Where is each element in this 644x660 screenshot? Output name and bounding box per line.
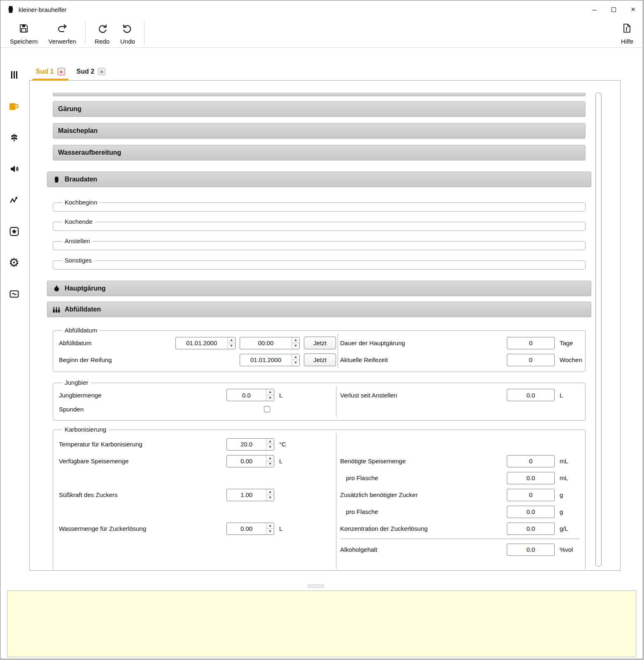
verlust-field[interactable]: 0.0 [507,389,555,401]
toolbar-spacer [148,21,616,46]
zusaetzlicher-zucker-field[interactable]: 0 [507,489,555,501]
save-icon [18,23,29,34]
toolbar-separator [85,22,86,45]
discard-label: Verwerfen [49,38,77,45]
spin-down-button[interactable] [266,461,274,467]
spin-up-button[interactable] [228,337,235,344]
spin-up-button[interactable] [266,523,274,529]
sidebar-item-fermentation[interactable] [7,194,21,206]
sidebar-item-equipment[interactable] [7,163,21,175]
konzentration-label: Konzentration der Zuckerlösung [340,525,503,532]
sidebar-item-ingredients[interactable] [7,131,21,144]
speaker-icon [9,164,19,174]
verfuegbare-speisemenge-value[interactable]: 0.00 [227,455,266,467]
abfuelldatum-date-spinbox[interactable]: 01.01.2000 [175,337,236,349]
abfuelldatum-date-value[interactable]: 01.01.2000 [176,337,227,349]
bottles-icon [52,305,61,314]
spin-down-button[interactable] [266,495,274,501]
verfuegbare-speisemenge-unit-label: L [278,458,336,465]
section-gaerung[interactable]: Gärung [53,101,586,117]
pro-flasche-zucker-field[interactable]: 0.0 [507,506,555,518]
jungbiermenge-value[interactable]: 0.0 [227,389,266,401]
redo-button[interactable]: Redo [89,21,115,46]
benoetigte-speisemenge-field[interactable]: 0 [507,455,555,467]
scrollbar-thumb[interactable] [595,93,602,567]
sidebar-item-settings[interactable]: ⚙ [7,256,21,269]
sidebar-item-notes[interactable] [7,288,21,300]
spin-up-button[interactable] [266,389,274,395]
help-button[interactable]: Hilfe [616,21,639,46]
konzentration-field[interactable]: 0.0 [507,523,555,535]
spunden-checkbox[interactable] [264,406,270,412]
suesskraft-value[interactable]: 1.00 [227,489,266,501]
spin-up-button[interactable] [266,439,274,445]
redo-label: Redo [95,38,110,45]
suesskraft-spinbox[interactable]: 1.00 [226,489,274,501]
partially-scrolled-section-header[interactable] [53,93,586,96]
group-kochbeginn: Kochbeginn [53,202,586,211]
wassermenge-value[interactable]: 0.00 [227,523,266,535]
spin-up-button[interactable] [266,489,274,495]
group-karbonisierung: Karbonisierung Temperatur für Karbonisie… [53,430,586,569]
spin-down-button[interactable] [266,395,274,401]
beginn-reifung-date-value[interactable]: 01.01.2000 [240,354,292,366]
temperatur-karbonisierung-spinbox[interactable]: 20.0 [226,438,274,451]
alkoholgehalt-field[interactable]: 0.0 [507,544,555,556]
pro-flasche-speise-field[interactable]: 0.0 [507,472,555,484]
spin-up-button[interactable] [266,455,274,462]
jungbiermenge-spinbox[interactable]: 0.0 [226,389,274,401]
spin-down-button[interactable] [266,444,274,450]
vertical-divider [336,433,336,569]
sidebar-item-brew-view[interactable] [7,100,21,112]
notes-textedit[interactable] [7,590,636,657]
section-braudaten[interactable]: Braudaten [47,172,591,187]
suesskraft-label: Süßkraft des Zuckers [59,491,222,498]
maximize-icon [611,7,616,12]
tab-sud2[interactable]: Sud 2 × [73,65,109,80]
wassermenge-spinbox[interactable]: 0.00 [226,523,274,535]
save-button[interactable]: Speichern [5,21,43,46]
splitter-handle[interactable] [307,584,324,588]
abfuelldatum-time-spinbox[interactable]: 00:00 [240,337,300,349]
jetzt-button-reifung[interactable]: Jetzt [304,353,336,366]
spin-up-button[interactable] [292,354,299,360]
aktuelle-reifezeit-field[interactable]: 0 [507,354,555,366]
group-karbonisierung-legend: Karbonisierung [62,426,109,433]
tab-sud1-close-icon[interactable]: × [58,68,65,75]
abfuelldatum-time-value[interactable]: 00:00 [240,337,292,349]
spin-down-button[interactable] [266,529,274,535]
minimize-button[interactable]: – [585,0,604,19]
section-wasseraufbereitung[interactable]: Wasseraufbereitung [53,145,586,160]
aktuelle-reifezeit-label: Aktuelle Reifezeit [340,356,503,363]
spin-down-button[interactable] [292,343,299,349]
undo-button[interactable]: Undo [115,21,140,46]
dauer-hauptgaerung-field[interactable]: 0 [507,337,555,349]
dauer-hauptgaerung-label: Dauer der Hauptgärung [340,339,503,346]
sidebar-item-favorites[interactable] [7,225,21,237]
close-button[interactable]: × [623,0,643,19]
temperatur-unit-label: °C [278,441,336,448]
section-abfuelldaten[interactable]: Abfülldaten [47,302,591,317]
tab-sud1[interactable]: Sud 1 × [33,65,68,80]
jetzt-button-abfuelldatum[interactable]: Jetzt [304,337,336,349]
spin-down-button[interactable] [228,343,235,349]
tab-sud2-close-icon[interactable]: × [98,68,105,75]
spin-up-button[interactable] [292,337,299,344]
beginn-reifung-date-spinbox[interactable]: 01.01.2000 [240,354,300,366]
window-controls: – × [585,0,643,19]
spin-down-button[interactable] [292,360,299,366]
section-maischeplan[interactable]: Maischeplan [53,123,586,139]
pro-flasche-zucker-label: pro Flasche [340,508,503,515]
group-sonstiges: Sonstiges [53,260,586,270]
section-hauptgaerung[interactable]: Hauptgärung [47,281,591,296]
maximize-button[interactable] [604,0,623,19]
verfuegbare-speisemenge-spinbox[interactable]: 0.00 [226,455,274,467]
discard-button[interactable]: Verwerfen [43,21,82,46]
vertical-divider [336,386,336,417]
vertical-scrollbar[interactable] [595,93,602,567]
temperatur-value[interactable]: 20.0 [227,439,266,450]
sidebar-collapse-button[interactable] [7,69,21,81]
beginn-reifung-label: Beginn der Reifung [59,356,171,363]
titlebar: kleiner-brauhelfer – × [0,0,643,19]
group-kochbeginn-legend: Kochbeginn [62,199,100,206]
